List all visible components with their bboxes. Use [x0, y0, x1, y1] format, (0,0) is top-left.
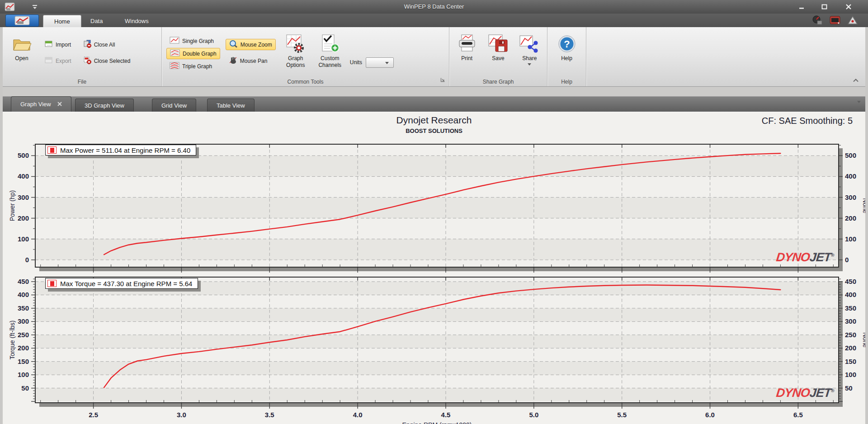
svg-text:4.5: 4.5 — [441, 411, 451, 419]
svg-text:0: 0 — [25, 256, 29, 264]
ribbon-body: Open Import Export Close All — [3, 27, 865, 87]
close-selected-button[interactable]: Close Selected — [80, 55, 134, 66]
gauge-icon[interactable] — [812, 15, 823, 27]
titlebar: WinPEP 8 Data Center — [0, 0, 868, 14]
export-button[interactable]: Export — [42, 55, 75, 66]
svg-text:Engine RPM (rpmx1000): Engine RPM (rpmx1000) — [402, 421, 472, 424]
help-label: Help — [561, 55, 572, 62]
svg-text:6.0: 6.0 — [705, 411, 715, 419]
power-legend: Max Power = 511.04 at Engine RPM = 6.40 — [45, 145, 196, 155]
correction-factor-note: CF: SAE Smoothing: 5 — [762, 116, 853, 126]
tab-graph-view[interactable]: Graph View — [11, 96, 71, 112]
graph-options-button[interactable]: Graph Options — [281, 29, 310, 77]
tab-3d-graph-view-label: 3D Graph View — [85, 102, 124, 109]
svg-text:100: 100 — [18, 371, 29, 378]
svg-text:?: ? — [564, 38, 570, 50]
view-tab-strip: Graph View 3D Graph View Grid View Table… — [3, 96, 865, 112]
svg-text:450: 450 — [845, 278, 856, 285]
tab-3d-graph-view[interactable]: 3D Graph View — [75, 99, 134, 112]
svg-text:200: 200 — [18, 214, 29, 222]
ribbon-tab-windows[interactable]: Windows — [114, 15, 160, 27]
power-legend-text: Max Power = 511.04 at Engine RPM = 6.40 — [60, 146, 190, 154]
mouse-pan-button[interactable]: Mouse Pan — [226, 55, 276, 66]
svg-text:500: 500 — [845, 151, 856, 159]
custom-channels-button[interactable]: Custom Channels — [316, 29, 344, 77]
ribbon-collapse-icon[interactable] — [853, 76, 859, 85]
svg-text:Torque (ft-lbs): Torque (ft-lbs) — [9, 320, 16, 359]
share-dropdown-icon — [528, 63, 531, 66]
group-label-help: Help — [547, 79, 586, 85]
close-all-label: Close All — [94, 42, 115, 48]
save-icon — [488, 33, 509, 55]
svg-text:400: 400 — [845, 291, 856, 298]
chart-subtitle: BOOST SOLUTIONS — [3, 127, 865, 134]
svg-text:300: 300 — [18, 317, 29, 325]
units-label: Units — [350, 59, 362, 66]
close-all-button[interactable]: Close All — [80, 39, 134, 50]
double-graph-icon — [170, 49, 180, 58]
close-button[interactable] — [841, 3, 856, 11]
application-menu-button[interactable] — [5, 14, 39, 27]
single-graph-icon — [170, 37, 179, 45]
maximize-button[interactable] — [816, 3, 832, 11]
mouse-pan-label: Mouse Pan — [240, 58, 268, 64]
svg-text:150: 150 — [18, 358, 29, 365]
open-label: Open — [15, 55, 28, 62]
tab-overflow-icon[interactable] — [857, 103, 861, 111]
ribbon-tab-data[interactable]: Data — [80, 15, 113, 27]
share-button[interactable]: Share — [517, 29, 542, 77]
chart-title: Dynojet Research — [3, 115, 865, 126]
svg-text:300: 300 — [845, 193, 856, 201]
tab-grid-view[interactable]: Grid View — [152, 99, 196, 112]
tuner-icon[interactable] — [829, 15, 841, 27]
graph-options-icon — [286, 33, 306, 55]
save-label: Save — [492, 55, 504, 62]
svg-text:200: 200 — [18, 344, 29, 352]
power-chart[interactable]: 00100100200200300300400400500500Power (h… — [3, 141, 865, 273]
units-dropdown[interactable] — [366, 57, 394, 68]
export-label: Export — [56, 58, 71, 64]
minimize-button[interactable] — [794, 3, 809, 11]
group-label-common-tools: Common Tools — [162, 79, 449, 85]
svg-text:400: 400 — [845, 172, 856, 180]
save-button[interactable]: Save — [485, 29, 511, 77]
help-button[interactable]: ? Help — [554, 29, 580, 77]
import-button[interactable]: Import — [42, 39, 75, 50]
double-graph-button[interactable]: Double Graph — [166, 48, 220, 59]
close-tab-icon[interactable] — [57, 101, 62, 108]
svg-text:2.5: 2.5 — [89, 411, 98, 419]
tab-table-view[interactable]: Table View — [207, 99, 255, 112]
svg-text:100: 100 — [845, 371, 856, 378]
ribbon-tab-windows-label: Windows — [125, 18, 149, 24]
double-graph-label: Double Graph — [183, 51, 217, 57]
svg-text:5.0: 5.0 — [529, 411, 538, 419]
svg-text:450: 450 — [18, 278, 29, 285]
triple-graph-button[interactable]: Triple Graph — [166, 61, 220, 72]
svg-text:100: 100 — [18, 235, 29, 243]
single-graph-button[interactable]: Single Graph — [166, 35, 220, 47]
winpep-window: WinPEP 8 Data Center Home Data Windows — [0, 0, 868, 424]
legend-marker-icon — [47, 146, 57, 154]
brand-icon[interactable] — [847, 15, 858, 27]
open-button[interactable]: Open — [7, 29, 36, 77]
chevron-down-icon — [385, 62, 389, 64]
tab-grid-view-label: Grid View — [161, 102, 187, 109]
mouse-zoom-button[interactable]: Mouse Zoom — [226, 39, 276, 50]
printer-icon — [457, 33, 477, 55]
window-title: WinPEP 8 Data Center — [0, 3, 868, 10]
svg-text:350: 350 — [845, 304, 856, 312]
svg-text:50: 50 — [845, 384, 853, 392]
ribbon-group-share-graph: Print Save Share Share Graph — [449, 27, 547, 86]
torque-chart[interactable]: 5050100100150150200200250250300300350350… — [3, 273, 865, 424]
group-label-file: File — [3, 79, 161, 85]
print-button[interactable]: Print — [454, 29, 480, 77]
close-selected-label: Close Selected — [94, 58, 131, 64]
ribbon-tab-home[interactable]: Home — [43, 15, 81, 27]
dialog-launcher-icon[interactable] — [440, 76, 445, 84]
print-label: Print — [461, 55, 472, 62]
svg-text:300: 300 — [845, 317, 856, 325]
svg-text:400: 400 — [18, 172, 29, 180]
help-icon: ? — [557, 33, 577, 55]
svg-text:Power (hp): Power (hp) — [9, 190, 16, 221]
svg-text:5.5: 5.5 — [617, 411, 627, 419]
